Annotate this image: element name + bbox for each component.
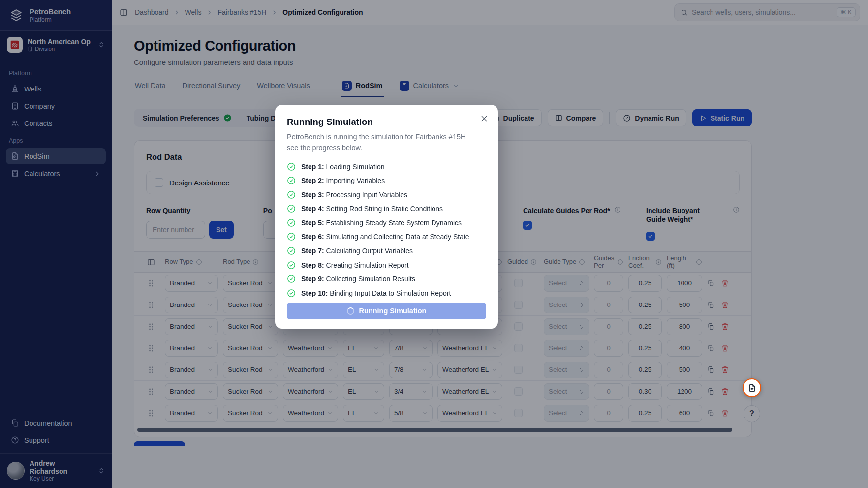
step-check-icon [287, 246, 296, 255]
modal-close-button[interactable] [480, 115, 488, 122]
step-check-icon [287, 190, 296, 199]
step-label: Step 7: Calculating Output Variables [301, 247, 413, 255]
step-check-icon [287, 204, 296, 213]
step-label: Step 10: Binding Input Data to Simulatio… [301, 289, 451, 297]
running-simulation-button[interactable]: Running Simulation [287, 303, 486, 319]
step-check-icon [287, 289, 296, 298]
simulation-step: Step 5: Establishing Steady State System… [287, 218, 486, 227]
step-check-icon [287, 176, 296, 185]
simulation-step: Step 6: Simulating and Collecting Data a… [287, 232, 486, 241]
simulation-step: Step 2: Importing Variables [287, 176, 486, 185]
step-label: Step 9: Collecting Simulation Results [301, 275, 415, 283]
step-check-icon [287, 261, 296, 270]
simulation-step: Step 8: Creating Simulation Report [287, 261, 486, 270]
step-label: Step 3: Processing Input Variables [301, 191, 407, 199]
spinner-icon [347, 307, 354, 315]
simulation-step: Step 3: Processing Input Variables [287, 190, 486, 199]
simulation-step: Step 1: Loading Simulation [287, 162, 486, 171]
simulation-step: Step 9: Collecting Simulation Results [287, 274, 486, 283]
step-label: Step 2: Importing Variables [301, 177, 385, 184]
step-label: Step 8: Creating Simulation Report [301, 261, 409, 269]
step-check-icon [287, 274, 296, 283]
simulation-steps: Step 1: Loading Simulation Step 2: Impor… [287, 162, 486, 298]
modal-description: PetroBench is running the simulation for… [287, 132, 474, 153]
step-label: Step 5: Establishing Steady State System… [301, 219, 462, 227]
step-label: Step 6: Simulating and Collecting Data a… [301, 233, 469, 241]
step-check-icon [287, 218, 296, 227]
notebook-icon [748, 384, 756, 392]
simulation-step: Step 7: Calculating Output Variables [287, 246, 486, 255]
step-label: Step 1: Loading Simulation [301, 163, 385, 171]
step-check-icon [287, 162, 296, 171]
notes-fab-button[interactable] [743, 378, 761, 397]
step-label: Step 4: Setting Rod String in Static Con… [301, 205, 443, 213]
running-simulation-modal: Running Simulation PetroBench is running… [275, 105, 498, 329]
simulation-step: Step 10: Binding Input Data to Simulatio… [287, 289, 486, 298]
step-check-icon [287, 232, 296, 241]
close-icon [480, 115, 488, 122]
simulation-step: Step 4: Setting Rod String in Static Con… [287, 204, 486, 213]
modal-title: Running Simulation [287, 117, 486, 127]
